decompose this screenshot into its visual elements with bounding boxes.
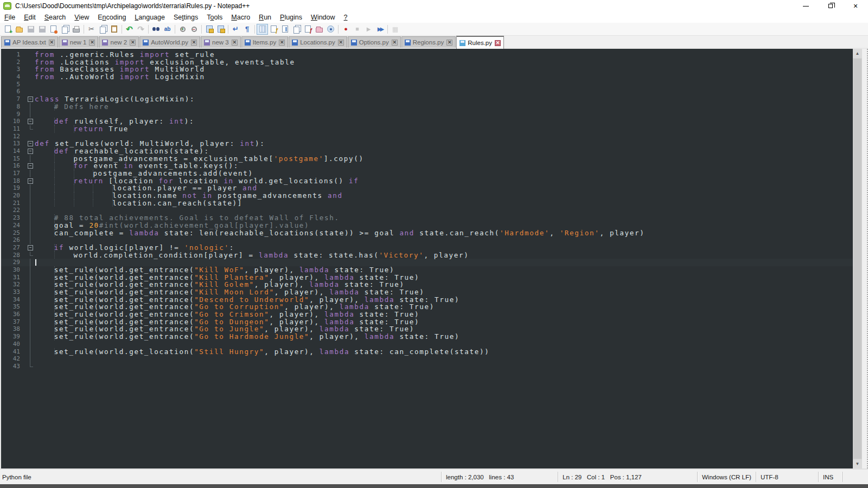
- open-file-icon[interactable]: [14, 24, 25, 35]
- code-text: set_rule(world.get_entrance("Kill Plante…: [35, 274, 853, 281]
- scrollbar-thumb[interactable]: [853, 58, 862, 459]
- status-eol-format[interactable]: Windows (CR LF): [697, 472, 756, 482]
- menu-item-settings[interactable]: Settings: [169, 12, 202, 22]
- monitoring-icon[interactable]: [325, 24, 336, 35]
- fold-collapse-icon[interactable]: [26, 140, 35, 147]
- fold-margin: [26, 303, 35, 311]
- save-file-icon[interactable]: [25, 24, 36, 35]
- tab-close-icon[interactable]: ✕: [232, 40, 238, 46]
- close-all-icon[interactable]: [59, 24, 71, 35]
- redo-icon[interactable]: ↷: [135, 24, 146, 35]
- code-line: 38set_rule(world.get_entrance("Go to Jun…: [1, 325, 853, 333]
- menu-item-run[interactable]: Run: [254, 12, 276, 22]
- code-text: set_rule(world.get_entrance("Go to Crims…: [35, 311, 853, 318]
- menu-item-plugins[interactable]: Plugins: [276, 12, 307, 22]
- code-text: set_rule(world.get_entrance("Kill Moon L…: [35, 288, 853, 296]
- zoom-out-icon[interactable]: −: [188, 24, 200, 35]
- menu-item-tools[interactable]: Tools: [202, 12, 227, 22]
- tab-close-icon[interactable]: ✕: [446, 40, 452, 46]
- minimize-icon: [803, 6, 809, 7]
- show-all-characters-icon[interactable]: ¶: [241, 24, 253, 35]
- fold-margin: [26, 281, 35, 288]
- tab-close-icon[interactable]: ✕: [130, 40, 136, 46]
- macro-stop-icon[interactable]: ■: [352, 24, 363, 35]
- tab-close-icon[interactable]: ✕: [191, 40, 197, 46]
- restore-button[interactable]: [818, 0, 843, 12]
- fold-collapse-icon[interactable]: [26, 177, 35, 185]
- function-list-icon[interactable]: ƒ: [268, 24, 279, 35]
- function-signature-icon[interactable]: ƒ: [302, 24, 314, 35]
- tab-new-3[interactable]: new 3✕: [201, 36, 241, 48]
- menu-item-edit[interactable]: Edit: [20, 12, 40, 22]
- save-all-icon[interactable]: [36, 24, 48, 35]
- tab-close-icon[interactable]: ✕: [392, 40, 398, 46]
- tab-locations-py[interactable]: Locations.py✕: [289, 36, 347, 48]
- cut-icon[interactable]: ✂: [86, 24, 97, 35]
- close-file-icon[interactable]: [48, 24, 59, 35]
- code-text: [35, 259, 853, 266]
- tab-autoworld-py[interactable]: AutoWorld.py✕: [139, 36, 200, 48]
- status-insert-mode[interactable]: INS: [818, 472, 843, 482]
- tab-save-state-icon: [62, 40, 68, 46]
- find-icon[interactable]: [150, 24, 162, 35]
- tab-close-icon[interactable]: ✕: [49, 40, 55, 46]
- copy-icon[interactable]: [97, 24, 108, 35]
- code-line: 24goal = 20#int(world.achievement_goal[p…: [1, 222, 853, 229]
- code-line: 33set_rule(world.get_entrance("Kill Moon…: [1, 288, 853, 296]
- code-editor[interactable]: 1from ..generic.Rules import set_rule2fr…: [1, 49, 853, 468]
- undo-icon[interactable]: ↶: [124, 24, 135, 35]
- menu-item-file[interactable]: File: [0, 12, 20, 22]
- print-icon[interactable]: [71, 24, 82, 35]
- macro-playback-icon[interactable]: ▶: [363, 24, 374, 35]
- new-file-icon[interactable]: [2, 24, 14, 35]
- scroll-down-arrow[interactable]: ▼: [853, 459, 862, 468]
- code-line: 19location.player == player and: [1, 184, 853, 192]
- fold-collapse-icon[interactable]: [26, 118, 35, 125]
- menu-item-window[interactable]: Window: [307, 12, 339, 22]
- menu-item-view[interactable]: View: [70, 12, 93, 22]
- sync-vertical-scrolling-icon[interactable]: [203, 24, 215, 35]
- scroll-up-arrow[interactable]: ▲: [853, 49, 862, 58]
- menu-item-language[interactable]: Language: [130, 12, 169, 22]
- tab-close-icon[interactable]: ✕: [338, 40, 344, 46]
- vertical-scrollbar[interactable]: ▲ ▼: [853, 49, 862, 468]
- fold-collapse-icon[interactable]: [26, 162, 35, 170]
- menu-item-?[interactable]: ?: [340, 12, 352, 22]
- replace-icon[interactable]: ab: [162, 24, 173, 35]
- word-wrap-icon[interactable]: ↵: [230, 24, 241, 35]
- fold-collapse-icon[interactable]: [26, 147, 35, 155]
- tab-close-icon[interactable]: ✕: [279, 40, 285, 46]
- code-line: 30set_rule(world.get_entrance("Kill WoF"…: [1, 266, 853, 274]
- close-button[interactable]: ×: [843, 0, 868, 12]
- tab-items-py[interactable]: Items.py✕: [241, 36, 288, 48]
- zoom-in-icon[interactable]: +: [177, 24, 188, 35]
- code-text: postgame_advancements = exclusion_table[…: [35, 155, 853, 163]
- document-map-icon[interactable]: [279, 24, 291, 35]
- tab-options-py[interactable]: Options.py✕: [348, 36, 401, 48]
- tab-close-icon[interactable]: ✕: [495, 40, 501, 46]
- macro-run-multiple-icon[interactable]: ▶▶: [374, 24, 386, 35]
- folder-as-workspace-icon[interactable]: [314, 24, 325, 35]
- fold-collapse-icon[interactable]: [26, 95, 35, 103]
- tab-new-2[interactable]: new 2✕: [99, 36, 139, 48]
- menu-item-encoding[interactable]: Encoding: [93, 12, 130, 22]
- tab-new-1[interactable]: new 1✕: [59, 36, 99, 48]
- macro-save-icon[interactable]: ▦: [390, 24, 401, 35]
- text-caret: [35, 259, 36, 266]
- show-indent-guide-icon[interactable]: [257, 24, 268, 35]
- macro-record-icon[interactable]: ●: [340, 24, 352, 35]
- tab-regions-py[interactable]: Regions.py✕: [401, 36, 456, 48]
- fold-collapse-icon[interactable]: [26, 244, 35, 252]
- status-encoding[interactable]: UTF-8: [756, 472, 818, 482]
- menu-item-macro[interactable]: Macro: [227, 12, 254, 22]
- sync-horizontal-scrolling-icon[interactable]: [215, 24, 226, 35]
- code-text: [35, 111, 853, 118]
- line-number: 5: [1, 81, 26, 88]
- minimize-button[interactable]: [793, 0, 818, 12]
- menu-item-search[interactable]: Search: [40, 12, 71, 22]
- tab-rules-py[interactable]: Rules.py✕: [456, 36, 504, 49]
- paste-icon[interactable]: [108, 24, 120, 35]
- tab-close-icon[interactable]: ✕: [89, 40, 95, 46]
- document-list-icon[interactable]: [291, 24, 302, 35]
- tab-ap-ideas-txt[interactable]: AP Ideas.txt✕: [1, 36, 58, 48]
